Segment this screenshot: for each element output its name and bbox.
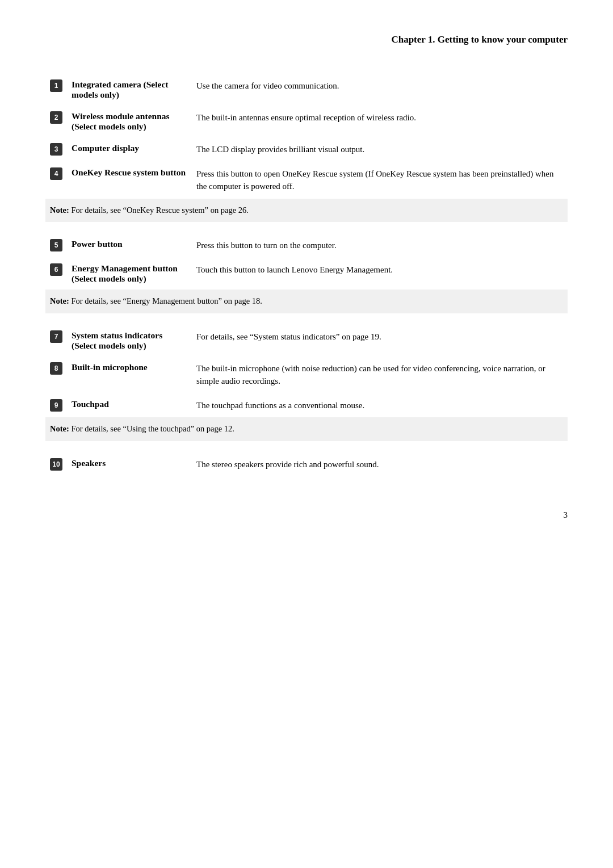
item-term: Touchpad bbox=[67, 393, 192, 418]
list-item: 1Integrated camera (Select models only)U… bbox=[45, 74, 568, 106]
item-description: Touch this button to launch Lenovo Energ… bbox=[192, 258, 568, 290]
item-term: Wireless module antennas (Select models … bbox=[67, 106, 192, 137]
note-row: Note: For details, see “Using the touchp… bbox=[45, 417, 568, 441]
badge-cell: 9 bbox=[45, 393, 67, 418]
item-badge: 4 bbox=[50, 167, 62, 180]
item-term: Integrated camera (Select models only) bbox=[67, 74, 192, 106]
item-term: Computer display bbox=[67, 137, 192, 162]
list-item: 6Energy Management button (Select models… bbox=[45, 258, 568, 290]
note-row: Note: For details, see “Energy Managemen… bbox=[45, 290, 568, 313]
list-item: 5Power buttonPress this button to turn o… bbox=[45, 233, 568, 258]
item-description: Press this button to turn on the compute… bbox=[192, 233, 568, 258]
item-term: Speakers bbox=[67, 452, 192, 477]
list-item: 4OneKey Rescue system buttonPress this b… bbox=[45, 162, 568, 199]
page-number: 3 bbox=[45, 510, 568, 520]
item-term: Power button bbox=[67, 233, 192, 258]
item-description: The LCD display provides brilliant visua… bbox=[192, 137, 568, 162]
note-text: Note: For details, see “Using the touchp… bbox=[45, 417, 568, 441]
list-item: 7System status indicators (Select models… bbox=[45, 325, 568, 357]
note-text: Note: For details, see “OneKey Rescue sy… bbox=[45, 199, 568, 223]
note-row: Note: For details, see “OneKey Rescue sy… bbox=[45, 199, 568, 223]
item-badge: 6 bbox=[50, 263, 62, 276]
item-badge: 1 bbox=[50, 79, 62, 92]
list-item: 9TouchpadThe touchpad functions as a con… bbox=[45, 393, 568, 418]
item-description: The stereo speakers provide rich and pow… bbox=[192, 452, 568, 477]
page-header: Chapter 1. Getting to know your computer bbox=[45, 34, 568, 45]
badge-cell: 2 bbox=[45, 106, 67, 137]
item-description: The built-in microphone (with noise redu… bbox=[192, 357, 568, 393]
note-text: Note: For details, see “Energy Managemen… bbox=[45, 290, 568, 313]
badge-cell: 6 bbox=[45, 258, 67, 290]
item-badge: 7 bbox=[50, 330, 62, 343]
item-description: For details, see “System status indicato… bbox=[192, 325, 568, 357]
item-badge: 9 bbox=[50, 399, 62, 412]
item-term: System status indicators (Select models … bbox=[67, 325, 192, 357]
item-term: Energy Management button (Select models … bbox=[67, 258, 192, 290]
list-item: 3Computer displayThe LCD display provide… bbox=[45, 137, 568, 162]
item-badge: 10 bbox=[50, 458, 62, 471]
badge-cell: 4 bbox=[45, 162, 67, 199]
item-badge: 2 bbox=[50, 111, 62, 124]
badge-cell: 7 bbox=[45, 325, 67, 357]
badge-cell: 3 bbox=[45, 137, 67, 162]
item-badge: 3 bbox=[50, 143, 62, 156]
badge-cell: 8 bbox=[45, 357, 67, 393]
badge-cell: 1 bbox=[45, 74, 67, 106]
item-term: OneKey Rescue system button bbox=[67, 162, 192, 199]
list-item: 10SpeakersThe stereo speakers provide ri… bbox=[45, 452, 568, 477]
item-description: The built-in antennas ensure optimal rec… bbox=[192, 106, 568, 137]
item-description: The touchpad functions as a conventional… bbox=[192, 393, 568, 418]
content-table: 1Integrated camera (Select models only)U… bbox=[45, 74, 568, 476]
badge-cell: 10 bbox=[45, 452, 67, 477]
item-badge: 8 bbox=[50, 362, 62, 375]
list-item: 2Wireless module antennas (Select models… bbox=[45, 106, 568, 137]
item-badge: 5 bbox=[50, 239, 62, 251]
item-description: Use the camera for video communication. bbox=[192, 74, 568, 106]
item-description: Press this button to open OneKey Rescue … bbox=[192, 162, 568, 199]
list-item: 8Built-in microphoneThe built-in microph… bbox=[45, 357, 568, 393]
badge-cell: 5 bbox=[45, 233, 67, 258]
item-term: Built-in microphone bbox=[67, 357, 192, 393]
